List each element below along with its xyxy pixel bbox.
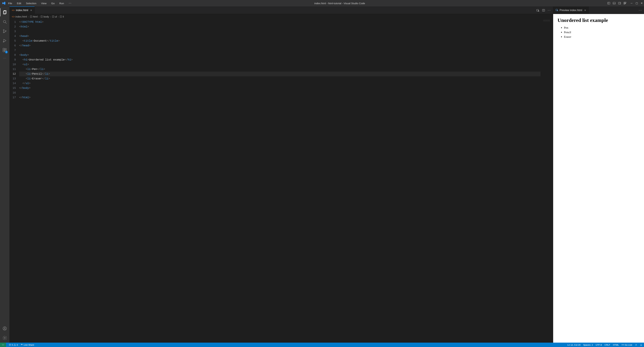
code-line[interactable]: <li>Pencil</li> [19,72,540,76]
preview-group: Preview index.html ✕ ··· Unordered list … [553,6,644,342]
customize-layout-icon[interactable] [624,2,626,5]
svg-rect-7 [625,2,626,3]
status-eol[interactable]: CRLF [604,344,610,346]
menu-bar: File Edit Selection View Go Run ··· [8,1,72,5]
status-notifications-icon[interactable] [640,344,642,346]
preview-tabs: Preview index.html ✕ ··· [553,6,644,14]
close-tab-icon[interactable]: ✕ [30,9,32,12]
code-line[interactable]: </ul> [19,81,540,86]
status-encoding[interactable]: UTF-8 [596,344,602,346]
toggle-primary-sidebar-icon[interactable] [607,2,610,5]
code-line[interactable] [19,29,540,34]
svg-point-24 [4,338,6,338]
menu-run[interactable]: Run [59,2,65,5]
code-line[interactable]: </body> [19,86,540,90]
svg-point-17 [3,42,4,42]
activity-explorer-icon[interactable] [0,8,10,17]
breadcrumb-li: ◫ li [60,15,64,18]
status-cursor-position[interactable]: Ln 12, Col 20 [568,344,580,346]
tab-index-html[interactable]: <> index.html ✕ [10,6,35,14]
activity-accounts-icon[interactable] [0,324,10,333]
svg-line-13 [6,22,6,24]
svg-rect-2 [613,2,615,4]
svg-point-23 [4,328,6,329]
menu-more-icon[interactable]: ··· [68,1,72,5]
breadcrumb-ul: ◫ ul [52,15,57,18]
window-maximize-icon[interactable]: ▢ [636,2,638,5]
tab-label: index.html [16,9,28,12]
editor-scrollbar[interactable] [551,19,553,342]
toggle-panel-icon[interactable] [613,2,616,5]
html-file-icon: <> [12,9,14,12]
editor-body[interactable]: 1234567891011121314151617 <!DOCTYPE html… [10,19,553,342]
svg-rect-21 [5,48,6,50]
activity-run-debug-icon[interactable] [0,36,10,45]
svg-point-38 [22,345,22,345]
close-preview-tab-icon[interactable]: ✕ [584,9,586,12]
status-go-live[interactable]: Go Live [622,344,632,346]
code-line[interactable]: <h1>Unordered list example</h1> [19,58,540,62]
code-line[interactable]: <li>Pen</li> [19,67,540,72]
activity-bar: 1 ··· [0,6,10,342]
svg-point-40 [636,344,636,345]
window-close-icon[interactable]: ✕ [641,2,643,5]
activity-extensions-icon[interactable]: 1 [0,45,10,55]
svg-point-12 [3,20,6,23]
code-line[interactable]: </head> [19,43,540,48]
breadcrumb-file: <> index.html [12,15,27,18]
svg-rect-9 [625,3,626,4]
code-line[interactable]: <!DOCTYPE html> [19,20,540,24]
activity-more-icon[interactable]: ··· [0,55,10,62]
split-editor-icon[interactable] [542,9,545,12]
code-line[interactable]: <ul> [19,62,540,67]
preview-icon [556,8,558,12]
code-area[interactable]: <!DOCTYPE html><html> <head> <title>Docu… [19,19,540,342]
preview-heading: Unordered list example [558,17,640,23]
code-line[interactable] [19,48,540,53]
status-live-share[interactable]: Live Share [20,344,34,346]
code-line[interactable]: <title>Document</title> [19,38,540,43]
status-problems[interactable]: 0 0 [9,344,18,346]
preview-list: PenPencilEraser [558,26,640,39]
editor-more-icon[interactable]: ··· [548,9,551,12]
editor-tabs: <> index.html ✕ ··· [10,6,553,14]
menu-file[interactable]: File [8,2,13,5]
status-indentation[interactable]: Spaces: 2 [583,344,593,346]
menu-go[interactable]: Go [50,2,55,5]
tab-preview[interactable]: Preview index.html ✕ [553,6,589,14]
editor-tab-actions: ··· [534,9,553,12]
code-line[interactable]: </html> [19,95,540,100]
breadcrumbs[interactable]: <> index.html › ◫ html › ◫ body › ◫ ul ›… [10,14,553,19]
svg-rect-8 [624,3,625,4]
status-error-count: 0 [12,344,13,346]
toggle-secondary-sidebar-icon[interactable] [618,2,621,5]
svg-point-37 [15,345,15,346]
code-line[interactable] [19,90,540,95]
menu-edit[interactable]: Edit [16,2,22,5]
window-title: index.html - html-tutorial - Visual Stud… [72,2,607,5]
breadcrumb-body: ◫ body [40,15,49,18]
remote-indicator-icon[interactable] [0,342,6,347]
code-line[interactable]: <li>Eraser</li> [19,76,540,81]
svg-rect-4 [618,2,621,4]
code-line[interactable]: <html> [19,24,540,29]
minimap[interactable] [540,19,551,342]
list-item: Pen [564,26,640,30]
menu-selection[interactable]: Selection [25,2,37,5]
activity-settings-icon[interactable] [0,333,10,342]
code-line[interactable]: <body> [19,53,540,58]
activity-source-control-icon[interactable] [0,26,10,36]
status-feedback-icon[interactable] [635,344,637,346]
list-item: Pencil [564,30,640,34]
open-preview-icon[interactable] [536,9,539,12]
svg-point-39 [622,345,623,345]
window-minimize-icon[interactable]: ─ [630,2,632,5]
vscode-logo-icon [2,1,6,5]
menu-view[interactable]: View [40,2,47,5]
activity-search-icon[interactable] [0,17,10,26]
code-line[interactable]: <head> [19,34,540,38]
status-warning-count: 0 [17,344,18,346]
extensions-badge: 1 [5,51,8,54]
preview-more-icon[interactable]: ··· [639,9,642,12]
status-language-mode[interactable]: HTML [613,344,619,346]
